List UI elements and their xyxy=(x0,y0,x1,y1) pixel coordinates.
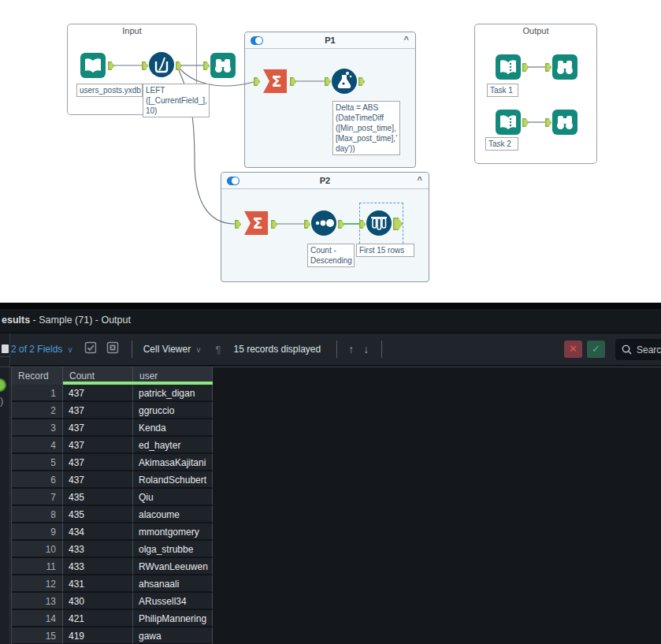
record-cell[interactable]: 10 xyxy=(12,541,63,558)
count-cell[interactable]: 433 xyxy=(63,558,133,575)
user-cell[interactable]: RWvanLeeuwen xyxy=(133,558,213,575)
table-row[interactable]: 4437ed_hayter xyxy=(12,437,213,454)
sort-annotation[interactable]: Count - Descending xyxy=(307,244,355,267)
browse-tool-task2[interactable] xyxy=(551,109,578,136)
input-anchor[interactable] xyxy=(203,61,210,70)
column-header-record[interactable]: Record xyxy=(12,367,63,385)
record-cell[interactable]: 9 xyxy=(12,523,63,541)
count-cell[interactable]: 437 xyxy=(63,385,133,402)
formula-tool-p1[interactable] xyxy=(331,68,358,95)
workflow-canvas[interactable]: Input P1 ^ P2 ^ Output xyxy=(0,0,661,303)
count-cell[interactable]: 437 xyxy=(63,471,133,489)
table-row[interactable]: 10433olga_strubbe xyxy=(12,541,213,558)
user-cell[interactable]: gawa xyxy=(133,627,213,644)
multi-field-formula-tool[interactable] xyxy=(148,51,175,78)
select-all-icon[interactable] xyxy=(84,341,97,357)
input-data-tool[interactable] xyxy=(80,52,106,79)
search-box[interactable] xyxy=(615,339,661,360)
user-cell[interactable]: ed_hayter xyxy=(133,437,213,454)
table-row[interactable]: 11433RWvanLeeuwen xyxy=(12,558,213,575)
sample-annotation[interactable]: First 15 rows xyxy=(356,244,414,257)
table-row[interactable]: 5437AkimasaKajitani xyxy=(12,454,213,471)
table-row[interactable]: 9434mmontgomery xyxy=(12,523,213,541)
record-cell[interactable]: 1 xyxy=(12,385,63,402)
table-row[interactable]: 1437patrick_digan xyxy=(12,385,213,402)
count-cell[interactable]: 431 xyxy=(63,575,133,593)
fields-chevron-icon[interactable]: ∨ xyxy=(67,345,72,354)
table-row[interactable]: 15419gawa xyxy=(12,627,213,644)
browse-tool-task1[interactable] xyxy=(551,54,578,80)
table-row[interactable]: 12431ahsanaali xyxy=(12,575,213,593)
user-cell[interactable]: mmontgomery xyxy=(133,523,213,541)
user-cell[interactable]: ggruccio xyxy=(133,402,213,419)
record-cell[interactable]: 5 xyxy=(12,454,63,471)
container-p1-header[interactable]: P1 ^ xyxy=(245,32,415,49)
count-cell[interactable]: 437 xyxy=(63,454,133,471)
p1-formula-annotation[interactable]: Delta = ABS (DateTimeDiff ([Min_post_tim… xyxy=(332,101,400,155)
table-row[interactable]: 8435alacoume xyxy=(12,506,213,523)
record-cell[interactable]: 7 xyxy=(12,489,63,506)
task1-annotation[interactable]: Task 1 xyxy=(487,84,518,97)
record-cell[interactable]: 3 xyxy=(12,419,63,437)
input-file-annotation[interactable]: users_posts.yxdb xyxy=(76,84,143,97)
fields-dropdown[interactable]: 2 of 2 Fields xyxy=(11,344,62,355)
search-input[interactable] xyxy=(637,344,661,356)
user-cell[interactable]: AkimasaKajitani xyxy=(133,454,213,471)
count-cell[interactable]: 433 xyxy=(63,541,133,558)
cell-viewer-chevron-icon[interactable]: ∨ xyxy=(195,345,201,354)
record-cell[interactable]: 8 xyxy=(12,506,63,523)
formula-annotation[interactable]: LEFT ([_CurrentField_], 10) xyxy=(143,84,210,117)
table-row[interactable]: 3437Kenda xyxy=(12,419,213,437)
apply-button[interactable]: ✓ xyxy=(587,341,605,358)
user-cell[interactable]: patrick_digan xyxy=(133,385,213,402)
record-cell[interactable]: 12 xyxy=(12,575,63,593)
count-cell[interactable]: 430 xyxy=(63,593,133,610)
sort-tool[interactable] xyxy=(310,210,337,236)
user-cell[interactable]: alacoume xyxy=(133,506,213,523)
table-row[interactable]: 13430ARussell34 xyxy=(12,593,213,610)
cell-viewer-dropdown[interactable]: Cell Viewer xyxy=(143,344,191,355)
count-cell[interactable]: 419 xyxy=(63,627,133,644)
user-cell[interactable]: Kenda xyxy=(133,419,213,437)
user-cell[interactable]: PhilipMannering xyxy=(133,610,213,627)
sample-tool[interactable] xyxy=(366,210,392,236)
arrow-down-icon[interactable]: ↓ xyxy=(363,343,369,356)
count-cell[interactable]: 434 xyxy=(63,523,133,541)
count-cell[interactable]: 421 xyxy=(63,610,133,627)
count-cell[interactable]: 437 xyxy=(63,402,133,419)
table-row[interactable]: 7435Qiu xyxy=(12,489,213,506)
cancel-button[interactable]: ✕ xyxy=(564,341,582,358)
count-cell[interactable]: 437 xyxy=(63,437,133,454)
table-row[interactable]: 14421PhilipMannering xyxy=(12,610,213,627)
user-cell[interactable]: olga_strubbe xyxy=(133,541,213,558)
record-cell[interactable]: 11 xyxy=(12,558,63,575)
record-cell[interactable]: 15 xyxy=(12,627,63,644)
count-cell[interactable]: 435 xyxy=(63,506,133,523)
task2-annotation[interactable]: Task 2 xyxy=(485,137,518,151)
container-p2-header[interactable]: P2 ^ xyxy=(221,173,429,189)
record-cell[interactable]: 6 xyxy=(12,471,63,489)
user-cell[interactable]: ARussell34 xyxy=(133,593,213,610)
summarize-tool-p1[interactable]: Σ xyxy=(261,68,289,95)
table-row[interactable]: 2437ggruccio xyxy=(12,402,213,419)
macro-output-tool-2[interactable] xyxy=(495,109,522,136)
gutter-panel-icon[interactable] xyxy=(2,344,9,353)
user-cell[interactable]: ahsanaali xyxy=(133,575,213,593)
count-cell[interactable]: 435 xyxy=(63,489,133,506)
summarize-tool-p2[interactable]: Σ xyxy=(242,210,270,236)
arrow-up-icon[interactable]: ↑ xyxy=(348,343,354,356)
record-cell[interactable]: 13 xyxy=(12,593,63,610)
record-cell[interactable]: 14 xyxy=(12,610,63,627)
user-cell[interactable]: Qiu xyxy=(133,489,213,506)
browse-tool[interactable] xyxy=(210,52,236,79)
p1-collapse-icon[interactable]: ^ xyxy=(404,35,409,44)
show-whitespace-icon[interactable]: ¶ xyxy=(216,344,221,356)
output-anchor-button[interactable] xyxy=(0,378,6,392)
deselect-all-icon[interactable] xyxy=(106,341,119,357)
table-row[interactable]: 6437RolandSchubert xyxy=(12,471,213,489)
user-cell[interactable]: RolandSchubert xyxy=(133,471,213,489)
p2-collapse-icon[interactable]: ^ xyxy=(418,175,422,184)
macro-output-tool-1[interactable] xyxy=(495,54,522,80)
record-cell[interactable]: 4 xyxy=(12,437,63,454)
record-cell[interactable]: 2 xyxy=(12,402,63,419)
